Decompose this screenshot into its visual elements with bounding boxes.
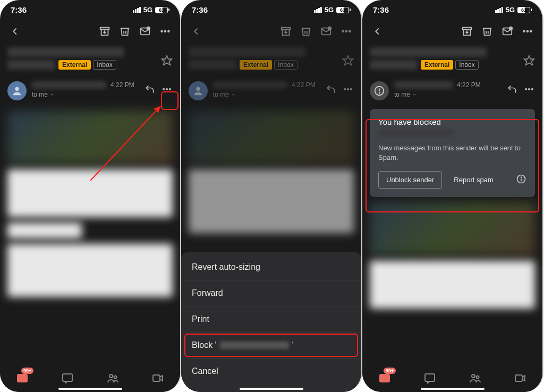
subject-area: External Inbox bbox=[181, 45, 361, 74]
inbox-label: Inbox bbox=[274, 60, 297, 70]
svg-marker-41 bbox=[524, 56, 534, 65]
sender-avatar[interactable] bbox=[189, 81, 208, 100]
sheet-cancel[interactable]: Cancel bbox=[181, 359, 361, 392]
home-indicator bbox=[240, 388, 303, 390]
svg-point-11 bbox=[166, 89, 168, 90]
recipient-toggle[interactable]: to me bbox=[213, 91, 318, 98]
message-more-button[interactable] bbox=[340, 81, 356, 97]
subject-line2-redacted bbox=[7, 60, 55, 70]
svg-point-50 bbox=[521, 177, 522, 177]
more-button[interactable] bbox=[338, 23, 355, 40]
back-button[interactable] bbox=[6, 23, 23, 40]
nav-meet[interactable] bbox=[507, 369, 533, 388]
email-body bbox=[362, 202, 542, 309]
back-button[interactable] bbox=[188, 23, 205, 40]
bottom-nav: 99+ bbox=[362, 362, 542, 392]
body-block-redacted bbox=[370, 261, 535, 309]
back-button[interactable] bbox=[369, 23, 386, 40]
blocked-sender-icon[interactable] bbox=[370, 81, 389, 100]
external-label: External bbox=[58, 60, 91, 70]
svg-point-4 bbox=[147, 27, 150, 30]
reply-button[interactable] bbox=[142, 81, 158, 97]
svg-marker-56 bbox=[522, 376, 525, 381]
svg-point-24 bbox=[328, 27, 332, 30]
svg-point-40 bbox=[530, 31, 532, 32]
svg-rect-15 bbox=[63, 374, 72, 381]
svg-point-12 bbox=[169, 89, 171, 90]
battery-icon: 61 bbox=[155, 7, 169, 13]
nav-chat[interactable] bbox=[54, 369, 81, 388]
report-spam-button[interactable]: Report spam bbox=[450, 175, 496, 184]
reply-button[interactable] bbox=[323, 81, 339, 97]
mail-badge: 99+ bbox=[384, 368, 396, 374]
mark-unread-button[interactable] bbox=[318, 23, 335, 40]
svg-point-27 bbox=[349, 31, 351, 32]
more-button[interactable] bbox=[519, 23, 536, 40]
network-label: 5G bbox=[143, 6, 152, 14]
home-indicator bbox=[421, 388, 484, 390]
signal-icon bbox=[495, 7, 503, 13]
svg-point-6 bbox=[165, 31, 166, 32]
more-button[interactable] bbox=[157, 23, 174, 40]
info-icon[interactable] bbox=[516, 174, 526, 186]
message-more-button[interactable] bbox=[159, 81, 175, 97]
block-suffix: ' bbox=[292, 340, 294, 350]
status-bar: 7:36 5G 61 bbox=[362, 0, 542, 16]
svg-point-45 bbox=[525, 89, 527, 90]
svg-marker-19 bbox=[160, 376, 163, 381]
mail-badge: 99+ bbox=[21, 368, 33, 374]
star-button[interactable] bbox=[342, 55, 354, 69]
inbox-label: Inbox bbox=[455, 60, 478, 70]
message-more-button[interactable] bbox=[521, 81, 537, 97]
reply-button[interactable] bbox=[504, 81, 520, 97]
recipient-toggle[interactable]: to me bbox=[394, 91, 499, 98]
svg-rect-52 bbox=[425, 374, 435, 381]
blocked-title: You have blocked bbox=[378, 117, 526, 126]
signal-icon bbox=[314, 7, 322, 13]
screenshot-panel-2: 7:36 5G 61 External Inbox bbox=[181, 0, 362, 392]
body-block-redacted bbox=[7, 169, 173, 217]
blocked-sender-name-redacted bbox=[378, 130, 453, 136]
archive-button[interactable] bbox=[277, 23, 294, 40]
body-image-redacted bbox=[189, 111, 354, 164]
sender-row: 4:22 PM to me bbox=[362, 74, 542, 106]
sender-row: 4:22 PM to me bbox=[181, 74, 361, 106]
archive-button[interactable] bbox=[96, 23, 113, 40]
svg-point-31 bbox=[347, 89, 349, 90]
recipient-toggle[interactable]: to me bbox=[32, 91, 137, 98]
blocked-description: New messages from this sender will be se… bbox=[378, 143, 526, 163]
sheet-print[interactable]: Print bbox=[181, 306, 361, 333]
nav-mail[interactable]: 99+ bbox=[9, 369, 36, 388]
star-button[interactable] bbox=[161, 55, 173, 69]
external-label: External bbox=[421, 60, 453, 70]
sender-avatar[interactable] bbox=[7, 81, 27, 100]
nav-spaces[interactable] bbox=[99, 369, 126, 388]
delete-button[interactable] bbox=[116, 23, 133, 40]
delete-button[interactable] bbox=[479, 23, 496, 40]
mark-unread-button[interactable] bbox=[137, 23, 154, 40]
nav-chat[interactable] bbox=[416, 369, 443, 388]
star-button[interactable] bbox=[523, 55, 535, 69]
status-time: 7:36 bbox=[11, 5, 27, 14]
archive-button[interactable] bbox=[458, 23, 475, 40]
blocked-card: You have blocked New messages from this … bbox=[370, 109, 535, 197]
nav-spaces[interactable] bbox=[462, 369, 488, 388]
nav-meet[interactable] bbox=[144, 369, 171, 388]
sheet-revert-auto-sizing[interactable]: Revert auto-sizing bbox=[181, 254, 361, 280]
svg-marker-28 bbox=[343, 56, 353, 65]
mark-unread-button[interactable] bbox=[499, 23, 516, 40]
battery-icon: 61 bbox=[517, 7, 532, 13]
delete-button[interactable] bbox=[298, 23, 314, 40]
status-right: 5G 61 bbox=[133, 6, 169, 14]
block-sender-name-redacted bbox=[220, 342, 289, 349]
sheet-block-sender[interactable]: Block ' ' bbox=[181, 333, 361, 359]
unblock-sender-button[interactable]: Unblock sender bbox=[378, 171, 442, 189]
sheet-forward[interactable]: Forward bbox=[181, 280, 361, 306]
toolbar bbox=[0, 16, 180, 45]
nav-mail[interactable]: 99+ bbox=[371, 369, 398, 388]
message-time: 4:22 PM bbox=[292, 81, 316, 89]
action-sheet: Revert auto-sizing Forward Print Block '… bbox=[181, 252, 361, 392]
body-image-redacted bbox=[370, 202, 535, 255]
toolbar bbox=[362, 16, 542, 45]
svg-point-46 bbox=[529, 89, 530, 90]
